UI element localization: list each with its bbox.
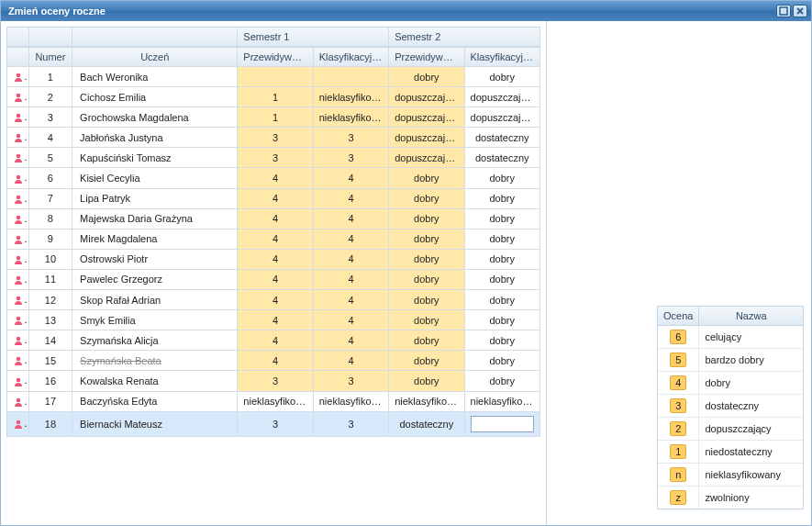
table-row[interactable]: 11Pawelec Grzegorz44dobrydobry bbox=[6, 270, 540, 290]
grade-cell-s2k[interactable]: dobry bbox=[465, 330, 540, 351]
grade-cell-s2k[interactable]: dobry bbox=[465, 270, 540, 290]
grade-cell-s2k[interactable]: dobry bbox=[465, 371, 540, 391]
table-row[interactable]: 8Majewska Daria Grażyna44dobrydobry bbox=[6, 209, 540, 229]
grade-cell-s1k[interactable]: 3 bbox=[314, 371, 389, 391]
grade-cell-s2p[interactable]: dobry bbox=[389, 351, 464, 371]
legend-row[interactable]: 6celujący bbox=[658, 326, 803, 349]
legend-row[interactable]: 3dostateczny bbox=[658, 395, 803, 418]
grade-cell-s2k[interactable]: dobry bbox=[465, 209, 540, 229]
grade-cell-s2k[interactable]: dostateczny bbox=[465, 148, 540, 168]
grade-cell-s2p[interactable]: dopuszczający bbox=[389, 87, 464, 107]
grade-cell-s1k[interactable]: 4 bbox=[314, 209, 389, 229]
legend-row[interactable]: zzwolniony bbox=[658, 487, 803, 509]
grade-edit-input[interactable] bbox=[471, 416, 534, 432]
grade-cell-s1k[interactable]: 4 bbox=[314, 168, 389, 188]
grade-cell-s2p[interactable]: dopuszczający bbox=[389, 148, 464, 168]
header-number[interactable]: Numer bbox=[29, 47, 72, 67]
grade-cell-s2p[interactable]: dobry bbox=[389, 310, 464, 330]
grade-cell-s1p[interactable]: nieklasyfikow... bbox=[238, 392, 313, 412]
grade-cell-s1k[interactable]: nieklasyfikow... bbox=[314, 87, 389, 107]
legend-row[interactable]: 5bardzo dobry bbox=[658, 349, 803, 372]
grade-cell-s1k[interactable]: 4 bbox=[314, 290, 389, 310]
header-sem2[interactable]: Semestr 2 bbox=[389, 27, 540, 47]
grade-cell-s1k[interactable]: 3 bbox=[314, 148, 389, 168]
grade-cell-s1k[interactable]: 4 bbox=[314, 330, 389, 351]
header-sem1[interactable]: Semestr 1 bbox=[238, 27, 389, 47]
grade-cell-s1p[interactable] bbox=[238, 67, 313, 87]
legend-row[interactable]: 1niedostateczny bbox=[658, 441, 803, 464]
table-row[interactable]: 7Lipa Patryk44dobrydobry bbox=[6, 189, 540, 209]
grade-cell-s2k[interactable]: nieklasyfikow... bbox=[465, 392, 540, 412]
table-row[interactable]: 3Grochowska Magdalena1nieklasyfikow...do… bbox=[6, 107, 540, 128]
grade-cell-s2k[interactable]: dobry bbox=[465, 229, 540, 250]
grade-cell-s1p[interactable]: 4 bbox=[238, 209, 313, 229]
table-row[interactable]: 9Mirek Magdalena44dobrydobry bbox=[6, 229, 540, 250]
grade-cell-s2p[interactable]: dobry bbox=[389, 168, 464, 188]
table-row[interactable]: 12Skop Rafał Adrian44dobrydobry bbox=[6, 290, 540, 310]
grade-cell-s2k[interactable]: dobry bbox=[465, 189, 540, 209]
grade-cell-s1p[interactable]: 4 bbox=[238, 330, 313, 351]
header-s1-predicted[interactable]: Przewidywana bbox=[238, 47, 313, 67]
grade-cell-s1p[interactable]: 4 bbox=[238, 270, 313, 290]
table-row[interactable]: 2Cichosz Emilia1nieklasyfikow...dopuszcz… bbox=[6, 87, 540, 107]
grade-cell-s1p[interactable]: 1 bbox=[238, 107, 313, 128]
grades-table[interactable]: Semestr 1 Semestr 2 Numer Uczeń Przewidy… bbox=[6, 27, 540, 437]
table-row[interactable]: 10Ostrowski Piotr44dobrydobry bbox=[6, 250, 540, 270]
table-row[interactable]: 16Kowalska Renata33dobrydobry bbox=[6, 371, 540, 391]
grade-cell-s1p[interactable]: 3 bbox=[238, 148, 313, 168]
grade-cell-s2k[interactable]: dobry bbox=[465, 310, 540, 330]
titlebar[interactable]: Zmień oceny roczne bbox=[1, 1, 811, 21]
grade-cell-s1k[interactable]: 4 bbox=[314, 310, 389, 330]
grade-cell-s2k[interactable]: dobry bbox=[465, 351, 540, 371]
legend-row[interactable]: 2dopuszczający bbox=[658, 418, 803, 441]
grade-cell-s2k[interactable]: dobry bbox=[465, 250, 540, 270]
grade-cell-s2p[interactable]: dobry bbox=[389, 270, 464, 290]
table-row[interactable]: 14Szymańska Alicja44dobrydobry bbox=[6, 330, 540, 351]
header-s2-classification[interactable]: Klasyfikacyjna bbox=[465, 47, 540, 67]
grade-cell-s1k[interactable]: 4 bbox=[314, 250, 389, 270]
close-button[interactable] bbox=[793, 5, 807, 17]
legend-row[interactable]: nnieklasyfikowany bbox=[658, 464, 803, 487]
grade-cell-s1k[interactable] bbox=[314, 67, 389, 87]
grade-cell-s1k[interactable]: 4 bbox=[314, 351, 389, 371]
grade-cell-s2p[interactable]: dobry bbox=[389, 209, 464, 229]
grade-cell-s2k[interactable] bbox=[465, 412, 540, 437]
table-row[interactable]: 6Kisiel Cecylia44dobrydobry bbox=[6, 168, 540, 188]
grade-cell-s1p[interactable]: 3 bbox=[238, 412, 313, 437]
header-s2-predicted[interactable]: Przewidywana bbox=[389, 47, 464, 67]
grade-cell-s2p[interactable]: dobry bbox=[389, 330, 464, 351]
grade-cell-s1k[interactable]: 4 bbox=[314, 189, 389, 209]
grade-cell-s2p[interactable]: dobry bbox=[389, 250, 464, 270]
grade-cell-s2k[interactable]: dobry bbox=[465, 290, 540, 310]
grade-cell-s2p[interactable]: dopuszczający bbox=[389, 128, 464, 148]
grade-cell-s1k[interactable]: 4 bbox=[314, 270, 389, 290]
grade-cell-s2k[interactable]: dobry bbox=[465, 67, 540, 87]
grade-cell-s1k[interactable]: 4 bbox=[314, 229, 389, 250]
grade-cell-s1k[interactable]: nieklasyfikow... bbox=[314, 107, 389, 128]
grade-cell-s2p[interactable]: dobry bbox=[389, 371, 464, 391]
grade-cell-s1p[interactable]: 3 bbox=[238, 128, 313, 148]
table-row[interactable]: 13Smyk Emilia44dobrydobry bbox=[6, 310, 540, 330]
legend-row[interactable]: 4dobry bbox=[658, 372, 803, 395]
header-student[interactable]: Uczeń bbox=[72, 47, 238, 67]
grade-cell-s2p[interactable]: dobry bbox=[389, 290, 464, 310]
grade-cell-s1k[interactable]: 3 bbox=[314, 128, 389, 148]
grade-cell-s2k[interactable]: dopuszczający bbox=[465, 87, 540, 107]
grade-cell-s2k[interactable]: dopuszczający bbox=[465, 107, 540, 128]
grade-cell-s2p[interactable]: dostateczny bbox=[389, 412, 464, 437]
table-row[interactable]: 18Biernacki Mateusz33dostateczny bbox=[6, 412, 540, 437]
grade-cell-s1p[interactable]: 4 bbox=[238, 250, 313, 270]
table-row[interactable]: 1Bach Weronikadobrydobry bbox=[6, 67, 540, 87]
grade-cell-s1p[interactable]: 4 bbox=[238, 168, 313, 188]
grade-cell-s2p[interactable]: dobry bbox=[389, 229, 464, 250]
grade-cell-s2k[interactable]: dobry bbox=[465, 168, 540, 188]
table-row[interactable]: 5Kapuściński Tomasz33dopuszczającydostat… bbox=[6, 148, 540, 168]
table-row[interactable]: 4Jabłońska Justyna33dopuszczającydostate… bbox=[6, 128, 540, 148]
grade-cell-s2p[interactable]: dobry bbox=[389, 189, 464, 209]
grade-cell-s1k[interactable]: 3 bbox=[314, 412, 389, 437]
maximize-button[interactable] bbox=[776, 5, 791, 17]
grade-cell-s1k[interactable]: nieklasyfikow... bbox=[314, 392, 389, 412]
grade-cell-s1p[interactable]: 4 bbox=[238, 310, 313, 330]
grade-cell-s1p[interactable]: 4 bbox=[238, 229, 313, 250]
grade-cell-s1p[interactable]: 4 bbox=[238, 351, 313, 371]
